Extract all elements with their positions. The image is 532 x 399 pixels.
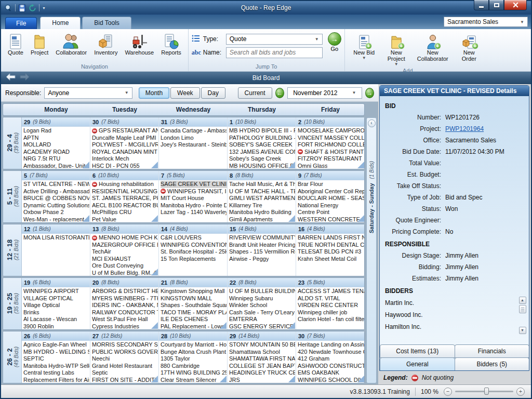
zoom-in-button[interactable]: + (516, 388, 525, 396)
bid-item[interactable]: Manitoba Hydro - Pointe Du (161, 202, 227, 209)
bid-item[interactable]: Sobey's Sage Creek (229, 155, 296, 163)
bid-item[interactable]: C&R LOUVERS (161, 234, 227, 242)
tab-file[interactable]: File (5, 17, 37, 29)
new-bid-button[interactable]: + New Bid▼ (348, 30, 380, 60)
bid-item[interactable]: Killarney Tire (229, 202, 296, 209)
day-cell[interactable]: 6(10 Bids)Housing rehabilitationRESIDENT… (90, 171, 159, 222)
office-select[interactable]: Sacramento Sales ▼ (444, 17, 528, 27)
bid-item[interactable]: 412 Graham (298, 355, 365, 363)
bid-item[interactable]: HEADINGLEY TRUCK CENTE (229, 369, 296, 377)
bid-item[interactable]: SHAMATTAWA FIRST NATIO (229, 355, 296, 363)
more-indicator[interactable] (151, 322, 158, 329)
type-select[interactable]: Quote ▼ (226, 34, 323, 45)
bid-item[interactable]: WINNIPEG SCHOOL DIVIS (298, 377, 365, 383)
bid-item[interactable]: Kingstown Shopping Mall (161, 288, 227, 295)
bid-item[interactable]: Agnico Eagle-Fan Wheel (23, 341, 90, 349)
back-arrow-icon[interactable] (5, 73, 17, 83)
bid-item[interactable]: FIRST ON SITE - ADDITIO (92, 377, 158, 383)
next-month-button[interactable]: → (365, 88, 374, 98)
day-cell[interactable]: 26(6 Bids)Agnico Eagle-Fan WheelMB HYDRO… (22, 331, 90, 383)
day-cell[interactable]: 20(8 Bids)ARBORG & DISTRICT HEALTMYERS W… (90, 278, 159, 329)
more-indicator[interactable] (151, 162, 158, 168)
day-cell[interactable]: 7(5 Bids)SAGE CREEK VET CLINIC - RWINNIP… (159, 171, 228, 222)
bid-item[interactable]: VILLAGE OPTICAL (23, 295, 90, 302)
bid-item[interactable]: Wes-Man - replacement (23, 216, 90, 223)
zoom-slider[interactable] (455, 391, 513, 392)
bid-item[interactable]: 15 Ton Replacements (161, 256, 227, 263)
bid-item[interactable]: Central testing Labs (23, 369, 90, 377)
day-cell[interactable]: 2(10 Bids)MOOSELAKE CAMPGROUNVINCENT MAS… (296, 117, 365, 169)
bid-item[interactable]: MYERS WEINBERG - 7TH & (92, 295, 158, 302)
bid-item[interactable]: MCI EXHAUST (92, 256, 158, 263)
bid-item[interactable]: Aboriginal Center Coil Replac (298, 188, 365, 195)
week-label[interactable]: 29 - 4(39 Bids) (3, 117, 22, 169)
bid-item[interactable]: Active Drilling - Ambassador (23, 188, 90, 195)
nav-inventory-button[interactable]: Inventory (90, 30, 121, 56)
bid-item[interactable]: MOLLARD (23, 141, 90, 149)
bid-item[interactable]: MONA LISA RISTORANTE ITA (23, 234, 90, 242)
current-button[interactable]: Current (238, 87, 272, 99)
day-cell[interactable]: 8(8 Bids)Tache Hall Music, Art & TheaU O… (228, 171, 296, 222)
bid-item[interactable]: Heritage Landing on Assinib (298, 341, 365, 349)
bid-item[interactable]: MB HOUSING OFFICE REN (229, 163, 296, 169)
bid-item[interactable]: VINCENT MASSEY COLLEGIA (298, 135, 365, 142)
tab-cost-items[interactable]: Cost Items (13) (380, 344, 455, 358)
bid-item[interactable]: RIVERVIEW COMMUNITY CE (229, 234, 296, 242)
bid-item[interactable]: TRUE NORTH DENTAL CENT (298, 242, 365, 249)
bid-item[interactable]: Omni Glass (298, 163, 365, 169)
day-cell[interactable]: 1(10 Bids)MB HYDRO BIPOLE III - REVPATHO… (228, 117, 296, 169)
nav-warehouse-button[interactable]: Warehouse (121, 30, 157, 56)
bid-item[interactable]: IDERS INC - OAKBANK, MB (92, 302, 158, 309)
bid-item[interactable]: U of M Buller Bldg. RM. 4 (92, 270, 158, 276)
bid-item[interactable]: Winnipeg chiller job (298, 309, 365, 316)
week-label[interactable]: 5 - 11(38 Bids) (3, 171, 22, 222)
more-indicator[interactable] (83, 162, 89, 168)
bid-item[interactable]: U OF M TACHE HALL - TEND (229, 188, 296, 195)
bid-item[interactable]: GIMLI WEST APARTMENTS (229, 195, 296, 202)
bid-item[interactable]: BOUCLAIR HOME - SEASON (298, 195, 365, 202)
bid-item[interactable]: EMTERRA (229, 316, 296, 323)
day-cell[interactable]: 9(7 Bids)Brar FlourAboriginal Center Coi… (296, 171, 365, 222)
bid-item[interactable]: NRG 7.5t RTU (23, 155, 90, 163)
nav-quote-button[interactable]: Quote (4, 30, 27, 56)
day-cell[interactable]: 12(1 Bids)MONA LISA RISTORANTE ITA (22, 224, 90, 276)
save-icon[interactable] (18, 4, 26, 12)
day-cell[interactable]: 5(7 Bids)ST VITAL CENTRE - NEW STOActive… (22, 171, 90, 222)
bid-item[interactable]: Interlock Mech (92, 155, 158, 163)
more-indicator[interactable] (288, 322, 295, 329)
bid-item[interactable]: ROYAL CANADIAN MINT (92, 149, 158, 156)
bid-item[interactable]: McPhillips CRU (92, 209, 158, 216)
day-cell[interactable]: 14(4 Bids)C&R LOUVERSWINNIPEG CONVENTION… (159, 224, 228, 276)
bid-item[interactable]: SEPTIC (23, 355, 90, 363)
bid-item[interactable]: BARREN LANDS FIRST NATIC (298, 234, 365, 242)
bid-item[interactable]: ASHWOOD CONSTRUCTION (298, 363, 365, 370)
weekend-collapsed-panel[interactable]: ‹ Saturday - Sunday (1 Bids) (366, 117, 377, 383)
bid-item[interactable]: Shapes - Southdale Square (161, 302, 227, 309)
bid-item[interactable]: Logan Rad (23, 127, 90, 135)
more-indicator[interactable] (83, 215, 89, 222)
bid-item[interactable]: West St.Paul Fire Hall (92, 316, 158, 323)
day-cell[interactable]: 21(8 Bids)Kingstown Shopping MallKINGSTO… (159, 278, 228, 329)
bidder-item[interactable]: Hamilton Inc. (385, 321, 518, 332)
week-label[interactable]: 12 - 18(21 Bids) (3, 224, 22, 276)
bid-item[interactable]: JRS (229, 377, 296, 383)
new-collaborator-button[interactable]: + New Collaborator (413, 30, 453, 62)
bid-item[interactable]: Septic (92, 369, 158, 377)
bid-item[interactable]: MAZERGROUP OFFICE BUIL (92, 242, 158, 249)
bid-item[interactable]: Brar Flour (298, 181, 365, 188)
bid-item[interactable]: Winnipeg Subaru (229, 295, 296, 302)
bid-item[interactable]: 1305 Taylor (161, 355, 227, 363)
more-indicator[interactable] (151, 215, 158, 222)
bidders-scrollbar[interactable]: ▲ ▼ (518, 297, 526, 334)
bid-item[interactable]: Clarion Hotel - fan coil filters (298, 316, 365, 323)
bid-item[interactable]: MB HYDRO - WELDING SHO (23, 349, 90, 356)
more-indicator[interactable] (151, 269, 158, 275)
more-indicator[interactable] (220, 376, 227, 382)
refresh-icon[interactable] (29, 4, 36, 12)
more-indicator[interactable] (220, 322, 227, 329)
more-indicator[interactable] (288, 162, 295, 168)
bidder-item[interactable]: Haywood Inc. (385, 309, 518, 321)
bid-item[interactable]: HSC DI - PCN 055 (92, 163, 158, 169)
more-indicator[interactable] (357, 162, 364, 168)
nav-project-button[interactable]: Project (27, 30, 52, 56)
